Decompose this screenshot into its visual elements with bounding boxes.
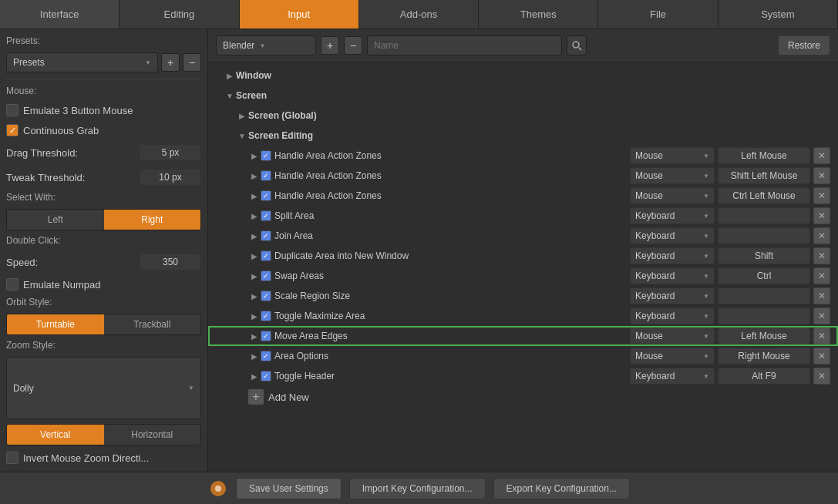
scale-region-expand[interactable]: ▶ (248, 290, 261, 302)
toggle-header-expand[interactable]: ▶ (248, 370, 261, 382)
tree-item-dup-area[interactable]: ▶ Duplicate Area into New Window Keyboar… (208, 246, 838, 266)
invert-zoom-checkbox[interactable] (6, 452, 19, 464)
toggle-max-expand[interactable]: ▶ (248, 310, 261, 322)
join-area-expand[interactable]: ▶ (248, 230, 261, 242)
zoom-horizontal-btn[interactable]: Horizontal (104, 425, 201, 445)
haz3-checkbox[interactable] (261, 190, 271, 201)
toggle-header-key[interactable]: Alt F9 (718, 368, 810, 385)
presets-add-btn[interactable]: + (161, 53, 180, 72)
select-right-btn[interactable]: Right (104, 210, 201, 230)
continuousgrab-checkbox[interactable] (6, 124, 19, 136)
scale-region-checkbox[interactable] (261, 291, 271, 301)
screen-global-expand-arrow[interactable]: ▶ (236, 109, 248, 122)
haz2-expand[interactable]: ▶ (248, 170, 261, 182)
tab-system[interactable]: System (719, 0, 838, 29)
screen-editing-expand-arrow[interactable]: ▼ (236, 129, 248, 142)
scale-region-input-method[interactable]: Keyboard▼ (630, 287, 715, 304)
area-options-input-method[interactable]: Mouse▼ (630, 348, 715, 365)
tree-item-join-area[interactable]: ▶ Join Area Keyboard▼ ✕ (208, 226, 838, 246)
tree-item-haz3[interactable]: ▶ Handle Area Action Zones Mouse▼ Ctrl L… (208, 186, 838, 206)
swap-areas-remove-btn[interactable]: ✕ (813, 267, 830, 284)
toggle-max-checkbox[interactable] (261, 311, 271, 321)
split-area-input-method[interactable]: Keyboard▼ (630, 207, 715, 224)
invert-zoom-row[interactable]: Invert Mouse Zoom Directi... (6, 450, 201, 465)
haz3-key[interactable]: Ctrl Left Mouse (718, 187, 810, 204)
join-area-input-method[interactable]: Keyboard▼ (630, 227, 715, 244)
name-input[interactable] (367, 35, 562, 55)
zoom-vertical-btn[interactable]: Vertical (7, 425, 104, 445)
toggle-header-remove-btn[interactable]: ✕ (813, 368, 830, 385)
haz1-checkbox[interactable] (261, 150, 271, 161)
preset-remove-btn[interactable]: − (344, 36, 362, 55)
tree-item-area-options[interactable]: ▶ Area Options Mouse▼ Right Mouse ✕ (208, 346, 838, 366)
tree-item-screen[interactable]: ▼ Screen (208, 86, 838, 106)
toggle-max-input-method[interactable]: Keyboard▼ (630, 307, 715, 324)
haz1-key[interactable]: Left Mouse (718, 147, 810, 164)
area-options-expand[interactable]: ▶ (248, 350, 261, 362)
tab-input[interactable]: Input (240, 0, 359, 29)
haz2-key[interactable]: Shift Left Mouse (718, 167, 810, 184)
tree-item-haz1[interactable]: ▶ Handle Area Action Zones Mouse▼ Left M… (208, 146, 838, 166)
area-options-checkbox[interactable] (261, 351, 271, 361)
move-edges-expand[interactable]: ▶ (248, 330, 261, 342)
scale-region-key[interactable] (718, 287, 810, 304)
scale-region-remove-btn[interactable]: ✕ (813, 287, 830, 304)
split-area-checkbox[interactable] (261, 210, 271, 221)
search-btn[interactable] (567, 35, 587, 55)
dup-area-remove-btn[interactable]: ✕ (813, 247, 830, 264)
presets-dropdown[interactable]: Presets ▼ (6, 52, 158, 72)
haz2-input-method[interactable]: Mouse▼ (630, 167, 715, 184)
emulate-numpad-row[interactable]: Emulate Numpad (6, 277, 201, 292)
select-left-btn[interactable]: Left (7, 210, 104, 230)
swap-areas-key[interactable]: Ctrl (718, 267, 810, 284)
tab-addons[interactable]: Add-ons (359, 0, 479, 29)
tweak-threshold-field[interactable]: 10 px (140, 169, 201, 186)
tree-item-toggle-header[interactable]: ▶ Toggle Header Keyboard▼ Alt F9 ✕ (208, 366, 838, 386)
split-area-key[interactable] (718, 207, 810, 224)
preset-dropdown[interactable]: Blender ▼ (216, 35, 316, 55)
tree-item-screen-global[interactable]: ▶ Screen (Global) (208, 106, 838, 126)
drag-threshold-field[interactable]: 5 px (140, 144, 201, 161)
emulate-numpad-checkbox[interactable] (6, 278, 19, 291)
haz3-expand[interactable]: ▶ (248, 190, 261, 202)
move-edges-input-method[interactable]: Mouse▼ (630, 328, 715, 344)
haz1-input-method[interactable]: Mouse▼ (630, 147, 715, 164)
dup-area-input-method[interactable]: Keyboard▼ (630, 247, 715, 264)
toggle-max-remove-btn[interactable]: ✕ (813, 307, 830, 324)
tab-themes[interactable]: Themes (479, 0, 598, 29)
restore-btn[interactable]: Restore (778, 35, 830, 55)
tree-item-split-area[interactable]: ▶ Split Area Keyboard▼ ✕ (208, 206, 838, 226)
preset-add-btn[interactable]: + (321, 36, 339, 55)
swap-areas-checkbox[interactable] (261, 270, 271, 281)
tab-editing[interactable]: Editing (119, 0, 239, 29)
tree-item-move-edges[interactable]: ▶ Move Area Edges Mouse▼ Left Mouse ✕ (208, 326, 838, 346)
split-area-expand[interactable]: ▶ (248, 210, 261, 222)
dup-area-expand[interactable]: ▶ (248, 250, 261, 262)
swap-areas-expand[interactable]: ▶ (248, 270, 261, 282)
export-key-config-btn[interactable]: Export Key Configuration... (493, 478, 630, 499)
swap-areas-input-method[interactable]: Keyboard▼ (630, 267, 715, 284)
toggle-header-checkbox[interactable] (261, 371, 271, 381)
haz3-input-method[interactable]: Mouse▼ (630, 187, 715, 204)
move-edges-checkbox[interactable] (261, 331, 271, 341)
tree-item-window[interactable]: ▶ Window (208, 66, 838, 86)
presets-remove-btn[interactable]: − (183, 53, 201, 72)
continuousgrab-row[interactable]: Continuous Grab (6, 123, 201, 138)
move-edges-remove-btn[interactable]: ✕ (813, 328, 830, 344)
join-area-key[interactable] (718, 227, 810, 244)
move-edges-key[interactable]: Left Mouse (718, 328, 810, 344)
area-options-key[interactable]: Right Mouse (718, 348, 810, 365)
zoom-dolly-dropdown[interactable]: Dolly ▼ (6, 357, 201, 419)
toggle-max-key[interactable] (718, 307, 810, 324)
dup-area-key[interactable]: Shift (718, 247, 810, 264)
tree-item-scale-region[interactable]: ▶ Scale Region Size Keyboard▼ ✕ (208, 286, 838, 306)
tab-file[interactable]: File (598, 0, 718, 29)
toggle-header-input-method[interactable]: Keyboard▼ (630, 368, 715, 385)
split-area-remove-btn[interactable]: ✕ (813, 207, 830, 224)
orbit-turntable-btn[interactable]: Turntable (7, 314, 104, 334)
haz2-remove-btn[interactable]: ✕ (813, 167, 830, 184)
screen-expand-arrow[interactable]: ▼ (224, 89, 236, 102)
tab-interface[interactable]: Interface (0, 0, 119, 29)
emulate3btn-row[interactable]: Emulate 3 Button Mouse (6, 102, 201, 118)
tree-item-toggle-max[interactable]: ▶ Toggle Maximize Area Keyboard▼ ✕ (208, 306, 838, 326)
